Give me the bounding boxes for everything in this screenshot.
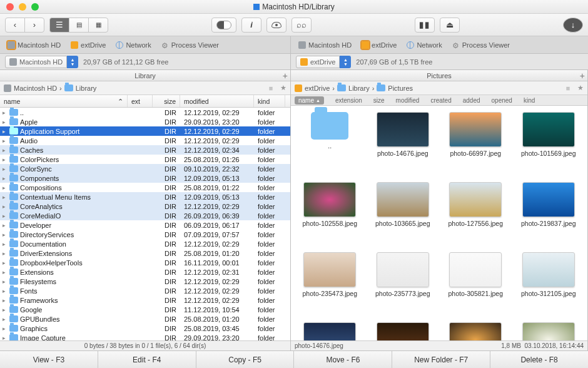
- eject-button[interactable]: ⏏: [440, 18, 460, 33]
- table-row[interactable]: ▸FontsDIR12.12.2019, 02:29folder: [0, 286, 290, 295]
- table-row[interactable]: ▸Image CaptureDIR29.09.2019, 23:20folder: [0, 333, 290, 340]
- table-row[interactable]: ▸DropboxHelperToolsDIR16.11.2019, 00:01f…: [0, 258, 290, 267]
- favorite-icon[interactable]: ★: [577, 84, 584, 92]
- drive-tab[interactable]: extDrive: [71, 41, 106, 49]
- grid-item[interactable]: photo-219837.jpeg: [512, 180, 585, 250]
- grid-item[interactable]: photo-14676.jpeg: [367, 110, 440, 180]
- grid-item[interactable]: photo-305821.jpeg: [439, 250, 512, 320]
- icon-col-created[interactable]: created: [430, 97, 451, 104]
- table-row[interactable]: ▸FrameworksDIR12.12.2019, 02:29folder: [0, 295, 290, 305]
- table-row[interactable]: ▸ExtensionsDIR12.12.2019, 02:31folder: [0, 267, 290, 277]
- minimize-icon[interactable]: [19, 3, 26, 11]
- table-row[interactable]: ▸..DIR12.12.2019, 02:29folder: [0, 108, 290, 117]
- drive-tab[interactable]: ⚙Process Viewer: [452, 41, 510, 49]
- icon-col-added[interactable]: added: [463, 97, 480, 104]
- file-name-label: photo-103665.jpeg: [375, 220, 430, 228]
- table-row[interactable]: ▸DocumentationDIR12.12.2019, 02:29folder: [0, 239, 290, 248]
- table-row[interactable]: ▸GraphicsDIR25.08.2019, 03:45folder: [0, 324, 290, 333]
- volume-selector-left[interactable]: Macintosh HD ▲▼: [5, 56, 78, 68]
- icon-col-opened[interactable]: opened: [492, 97, 512, 104]
- view-icons-button[interactable]: ▦: [88, 18, 108, 33]
- fkey-button[interactable]: Move - F6: [294, 351, 392, 368]
- table-row[interactable]: ▸GoogleDIR11.12.2019, 10:54folder: [0, 305, 290, 314]
- add-tab-button[interactable]: +: [283, 71, 288, 81]
- volume-name: extDrive: [310, 58, 335, 66]
- folder-icon: [9, 259, 18, 266]
- menu-icon[interactable]: ≡: [266, 84, 275, 92]
- drive-tab[interactable]: Macintosh HD: [298, 41, 352, 49]
- grid-item[interactable]: photo-235473.jpeg: [293, 250, 367, 320]
- table-row[interactable]: ▸CoreAnalyticsDIR12.12.2019, 02:29folder: [0, 202, 290, 211]
- grid-item[interactable]: photo-103665.jpeg: [367, 180, 440, 250]
- folder-icon: [9, 156, 18, 163]
- fkey-button[interactable]: Edit - F4: [98, 351, 196, 368]
- pause-button[interactable]: ▮▮: [415, 18, 435, 33]
- fkey-button[interactable]: View - F3: [0, 351, 98, 368]
- folder-icon: [377, 84, 385, 91]
- table-row[interactable]: ▸ColorPickersDIR25.08.2019, 01:26folder: [0, 155, 290, 164]
- icon-col-name[interactable]: name ▲: [295, 96, 324, 105]
- icon-col-kind[interactable]: kind: [524, 97, 535, 104]
- download-button[interactable]: ↓: [563, 18, 583, 33]
- drive-tab[interactable]: Network: [116, 41, 151, 49]
- drive-tab[interactable]: extDrive: [362, 41, 397, 49]
- table-row[interactable]: ▸CachesDIR12.12.2019, 02:34folder: [0, 145, 290, 155]
- drive-tab[interactable]: Network: [407, 41, 442, 49]
- zoom-icon[interactable]: [31, 3, 39, 11]
- fkey-button[interactable]: Delete - F8: [490, 351, 588, 368]
- forward-button[interactable]: ›: [24, 18, 44, 33]
- volume-selector-right[interactable]: extDrive ▲▼: [296, 56, 351, 68]
- table-row[interactable]: ▸CompositionsDIR25.08.2019, 01:22folder: [0, 183, 290, 192]
- grid-item[interactable]: photo-312105.jpeg: [512, 250, 585, 320]
- menu-icon[interactable]: ≡: [564, 84, 572, 92]
- breadcrumb-left[interactable]: Macintosh HD › Library ≡ ★: [0, 81, 290, 95]
- folder-icon: [9, 250, 18, 257]
- thumbnail: [377, 182, 429, 217]
- table-row[interactable]: ▸ColorSyncDIR09.10.2019, 22:32folder: [0, 164, 290, 173]
- view-columns-button[interactable]: ▤: [69, 18, 89, 33]
- grid-item[interactable]: photo-127556.jpeg: [439, 180, 512, 250]
- drive-tab[interactable]: Macintosh HD: [8, 41, 61, 49]
- back-button[interactable]: ‹: [5, 18, 25, 33]
- fkey-bar: View - F3Edit - F4Copy - F5Move - F6New …: [0, 350, 588, 368]
- table-row[interactable]: ▸DriverExtensionsDIR25.08.2019, 01:20fol…: [0, 248, 290, 258]
- icon-col-extension[interactable]: extension: [335, 97, 362, 104]
- icon-grid[interactable]: ..photo-14676.jpegphoto-66997.jpegphoto-…: [291, 106, 587, 340]
- drive-tab[interactable]: ⚙Process Viewer: [161, 41, 219, 49]
- grid-item[interactable]: photo-235773.jpeg: [367, 250, 440, 320]
- search-button[interactable]: ⌕⌕: [291, 18, 312, 33]
- grid-item[interactable]: photo-101569.jpeg: [512, 110, 585, 180]
- grid-item[interactable]: photo-383447.jpeg: [512, 320, 585, 340]
- close-icon[interactable]: [6, 3, 14, 11]
- grid-item[interactable]: photo-327438.jpeg: [367, 320, 440, 340]
- grid-item[interactable]: photo-66997.jpeg: [439, 110, 512, 180]
- table-row[interactable]: ▸DirectoryServicesDIR07.09.2019, 07:57fo…: [0, 230, 290, 239]
- table-row[interactable]: ▸AppleDIR29.09.2019, 23:20folder: [0, 117, 290, 126]
- grid-item[interactable]: photo-327509.jpeg: [439, 320, 512, 340]
- grid-item[interactable]: photo-314860.jpeg: [293, 320, 367, 340]
- table-row[interactable]: ▸AudioDIR12.12.2019, 02:29folder: [0, 136, 290, 145]
- table-row[interactable]: ▸Contextual Menu ItemsDIR12.09.2019, 05:…: [0, 192, 290, 202]
- fkey-button[interactable]: Copy - F5: [196, 351, 295, 368]
- breadcrumb-right[interactable]: extDrive › Library › Pictures ≡ ★: [291, 81, 587, 95]
- grid-item[interactable]: ..: [293, 110, 367, 180]
- table-row[interactable]: ▸ComponentsDIR12.09.2019, 05:13folder: [0, 173, 290, 183]
- table-row[interactable]: ▸GPUBundlesDIR25.08.2019, 01:20folder: [0, 314, 290, 324]
- quicklook-button[interactable]: [266, 18, 286, 33]
- file-list[interactable]: ▸..DIR12.12.2019, 02:29folder▸AppleDIR29…: [0, 108, 290, 340]
- grid-item[interactable]: photo-102558.jpeg: [293, 180, 367, 250]
- table-row[interactable]: ▸CoreMediaIODIR26.09.2019, 06:39folder: [0, 211, 290, 220]
- table-row[interactable]: ▸Application SupportDIR12.12.2019, 02:29…: [0, 126, 290, 136]
- add-tab-button[interactable]: +: [580, 71, 585, 81]
- fkey-button[interactable]: New Folder - F7: [392, 351, 490, 368]
- table-row[interactable]: ▸DeveloperDIR06.09.2019, 06:17folder: [0, 220, 290, 230]
- list-header[interactable]: name⌃ ext size modified kind: [0, 95, 290, 108]
- favorite-icon[interactable]: ★: [280, 84, 286, 92]
- view-list-button[interactable]: ☰: [49, 18, 69, 33]
- icon-col-modified[interactable]: modified: [396, 97, 420, 104]
- toggle-button[interactable]: [211, 18, 236, 33]
- info-button[interactable]: i: [241, 18, 261, 33]
- icon-col-size[interactable]: size: [373, 97, 385, 104]
- table-row[interactable]: ▸FilesystemsDIR12.12.2019, 02:29folder: [0, 277, 290, 286]
- icon-view-header[interactable]: name ▲extensionsizemodifiedcreatedaddedo…: [291, 95, 587, 106]
